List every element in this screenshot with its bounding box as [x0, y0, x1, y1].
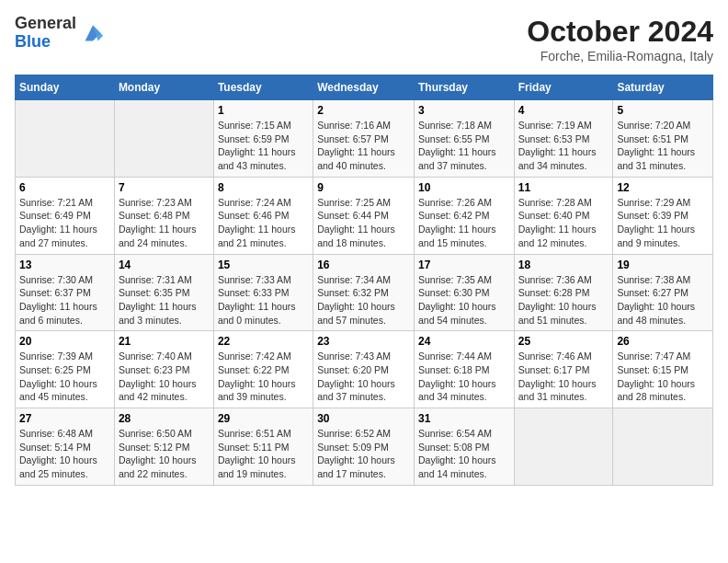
- day-info: Sunrise: 6:52 AMSunset: 5:09 PMDaylight:…: [317, 427, 410, 481]
- day-info: Sunrise: 7:16 AMSunset: 6:57 PMDaylight:…: [317, 119, 410, 173]
- day-number: 22: [218, 335, 309, 348]
- calendar-cell: [514, 408, 613, 486]
- calendar-cell: 10Sunrise: 7:26 AMSunset: 6:42 PMDayligh…: [414, 177, 514, 254]
- day-number: 20: [19, 335, 110, 348]
- location: Forche, Emilia-Romagna, Italy: [527, 49, 713, 63]
- day-number: 30: [317, 412, 410, 425]
- weekday-header-friday: Friday: [514, 75, 613, 100]
- day-number: 14: [119, 259, 210, 271]
- day-number: 10: [418, 181, 510, 194]
- calendar-cell: 12Sunrise: 7:29 AMSunset: 6:39 PMDayligh…: [613, 177, 713, 254]
- day-number: 6: [19, 181, 110, 194]
- day-number: 27: [19, 412, 110, 425]
- day-number: 19: [617, 259, 709, 271]
- day-number: 24: [418, 335, 510, 348]
- day-number: 18: [518, 259, 609, 271]
- calendar-cell: 21Sunrise: 7:40 AMSunset: 6:23 PMDayligh…: [114, 331, 213, 408]
- calendar-cell: 5Sunrise: 7:20 AMSunset: 6:51 PMDaylight…: [613, 100, 713, 178]
- calendar-cell: 15Sunrise: 7:33 AMSunset: 6:33 PMDayligh…: [213, 254, 313, 331]
- day-info: Sunrise: 7:40 AMSunset: 6:23 PMDaylight:…: [119, 350, 210, 404]
- day-number: 11: [518, 181, 609, 194]
- calendar-cell: 14Sunrise: 7:31 AMSunset: 6:35 PMDayligh…: [114, 254, 213, 331]
- calendar-cell: 26Sunrise: 7:47 AMSunset: 6:15 PMDayligh…: [613, 331, 713, 408]
- week-row-2: 6Sunrise: 7:21 AMSunset: 6:49 PMDaylight…: [16, 177, 713, 254]
- day-info: Sunrise: 7:15 AMSunset: 6:59 PMDaylight:…: [218, 119, 309, 173]
- day-number: 29: [218, 412, 309, 425]
- day-info: Sunrise: 7:35 AMSunset: 6:30 PMDaylight:…: [418, 273, 510, 327]
- day-info: Sunrise: 7:24 AMSunset: 6:46 PMDaylight:…: [218, 196, 309, 250]
- day-info: Sunrise: 7:42 AMSunset: 6:22 PMDaylight:…: [218, 350, 309, 404]
- logo: General Blue: [15, 15, 106, 52]
- day-info: Sunrise: 7:19 AMSunset: 6:53 PMDaylight:…: [518, 119, 609, 173]
- calendar-cell: 9Sunrise: 7:25 AMSunset: 6:44 PMDaylight…: [313, 177, 415, 254]
- day-number: 1: [218, 104, 309, 117]
- calendar-cell: 4Sunrise: 7:19 AMSunset: 6:53 PMDaylight…: [514, 100, 613, 178]
- day-info: Sunrise: 6:50 AMSunset: 5:12 PMDaylight:…: [119, 427, 210, 481]
- day-number: 5: [617, 104, 709, 117]
- calendar-cell: [16, 100, 115, 178]
- calendar-cell: 13Sunrise: 7:30 AMSunset: 6:37 PMDayligh…: [16, 254, 115, 331]
- calendar-cell: 23Sunrise: 7:43 AMSunset: 6:20 PMDayligh…: [313, 331, 415, 408]
- weekday-header-sunday: Sunday: [16, 75, 115, 100]
- day-number: 15: [218, 259, 309, 271]
- day-number: 3: [418, 104, 510, 117]
- day-info: Sunrise: 7:30 AMSunset: 6:37 PMDaylight:…: [19, 273, 110, 327]
- calendar-cell: [114, 100, 213, 178]
- calendar-cell: 24Sunrise: 7:44 AMSunset: 6:18 PMDayligh…: [414, 331, 514, 408]
- day-info: Sunrise: 7:43 AMSunset: 6:20 PMDaylight:…: [317, 350, 410, 404]
- day-number: 31: [418, 412, 510, 425]
- day-number: 21: [119, 335, 210, 348]
- calendar-cell: [613, 408, 713, 486]
- day-info: Sunrise: 7:36 AMSunset: 6:28 PMDaylight:…: [518, 273, 609, 327]
- day-number: 7: [119, 181, 210, 194]
- calendar-cell: 19Sunrise: 7:38 AMSunset: 6:27 PMDayligh…: [613, 254, 713, 331]
- day-info: Sunrise: 7:46 AMSunset: 6:17 PMDaylight:…: [518, 350, 609, 404]
- day-info: Sunrise: 7:33 AMSunset: 6:33 PMDaylight:…: [218, 273, 309, 327]
- calendar-cell: 2Sunrise: 7:16 AMSunset: 6:57 PMDaylight…: [313, 100, 415, 178]
- day-info: Sunrise: 7:38 AMSunset: 6:27 PMDaylight:…: [617, 273, 709, 327]
- day-info: Sunrise: 7:18 AMSunset: 6:55 PMDaylight:…: [418, 119, 510, 173]
- day-number: 2: [317, 104, 410, 117]
- calendar-table: SundayMondayTuesdayWednesdayThursdayFrid…: [15, 75, 713, 486]
- logo-icon: [80, 20, 106, 46]
- calendar-cell: 20Sunrise: 7:39 AMSunset: 6:25 PMDayligh…: [16, 331, 115, 408]
- day-info: Sunrise: 7:31 AMSunset: 6:35 PMDaylight:…: [119, 273, 210, 327]
- day-info: Sunrise: 7:23 AMSunset: 6:48 PMDaylight:…: [119, 196, 210, 250]
- day-info: Sunrise: 6:51 AMSunset: 5:11 PMDaylight:…: [218, 427, 309, 481]
- month-title: October 2024: [527, 15, 713, 49]
- weekday-header-row: SundayMondayTuesdayWednesdayThursdayFrid…: [16, 75, 713, 100]
- week-row-3: 13Sunrise: 7:30 AMSunset: 6:37 PMDayligh…: [16, 254, 713, 331]
- calendar-cell: 28Sunrise: 6:50 AMSunset: 5:12 PMDayligh…: [114, 408, 213, 486]
- week-row-4: 20Sunrise: 7:39 AMSunset: 6:25 PMDayligh…: [16, 331, 713, 408]
- calendar-cell: 3Sunrise: 7:18 AMSunset: 6:55 PMDaylight…: [414, 100, 514, 178]
- weekday-header-tuesday: Tuesday: [213, 75, 313, 100]
- day-info: Sunrise: 7:44 AMSunset: 6:18 PMDaylight:…: [418, 350, 510, 404]
- calendar-cell: 1Sunrise: 7:15 AMSunset: 6:59 PMDaylight…: [213, 100, 313, 178]
- day-number: 28: [119, 412, 210, 425]
- calendar-cell: 31Sunrise: 6:54 AMSunset: 5:08 PMDayligh…: [414, 408, 514, 486]
- logo-blue: Blue: [15, 33, 76, 52]
- weekday-header-wednesday: Wednesday: [313, 75, 415, 100]
- calendar-cell: 22Sunrise: 7:42 AMSunset: 6:22 PMDayligh…: [213, 331, 313, 408]
- day-number: 23: [317, 335, 410, 348]
- day-info: Sunrise: 7:39 AMSunset: 6:25 PMDaylight:…: [19, 350, 110, 404]
- day-info: Sunrise: 6:48 AMSunset: 5:14 PMDaylight:…: [19, 427, 110, 481]
- week-row-1: 1Sunrise: 7:15 AMSunset: 6:59 PMDaylight…: [16, 100, 713, 178]
- day-info: Sunrise: 7:29 AMSunset: 6:39 PMDaylight:…: [617, 196, 709, 250]
- day-number: 8: [218, 181, 309, 194]
- title-area: October 2024 Forche, Emilia-Romagna, Ita…: [527, 15, 713, 63]
- day-info: Sunrise: 7:20 AMSunset: 6:51 PMDaylight:…: [617, 119, 709, 173]
- calendar-cell: 25Sunrise: 7:46 AMSunset: 6:17 PMDayligh…: [514, 331, 613, 408]
- calendar-cell: 17Sunrise: 7:35 AMSunset: 6:30 PMDayligh…: [414, 254, 514, 331]
- day-number: 13: [19, 259, 110, 271]
- logo-general: General: [15, 15, 76, 33]
- calendar-cell: 7Sunrise: 7:23 AMSunset: 6:48 PMDaylight…: [114, 177, 213, 254]
- page-header: General Blue October 2024 Forche, Emilia…: [15, 15, 713, 63]
- day-number: 25: [518, 335, 609, 348]
- day-info: Sunrise: 7:34 AMSunset: 6:32 PMDaylight:…: [317, 273, 410, 327]
- day-info: Sunrise: 7:28 AMSunset: 6:40 PMDaylight:…: [518, 196, 609, 250]
- calendar-cell: 18Sunrise: 7:36 AMSunset: 6:28 PMDayligh…: [514, 254, 613, 331]
- weekday-header-thursday: Thursday: [414, 75, 514, 100]
- calendar-cell: 30Sunrise: 6:52 AMSunset: 5:09 PMDayligh…: [313, 408, 415, 486]
- calendar-cell: 16Sunrise: 7:34 AMSunset: 6:32 PMDayligh…: [313, 254, 415, 331]
